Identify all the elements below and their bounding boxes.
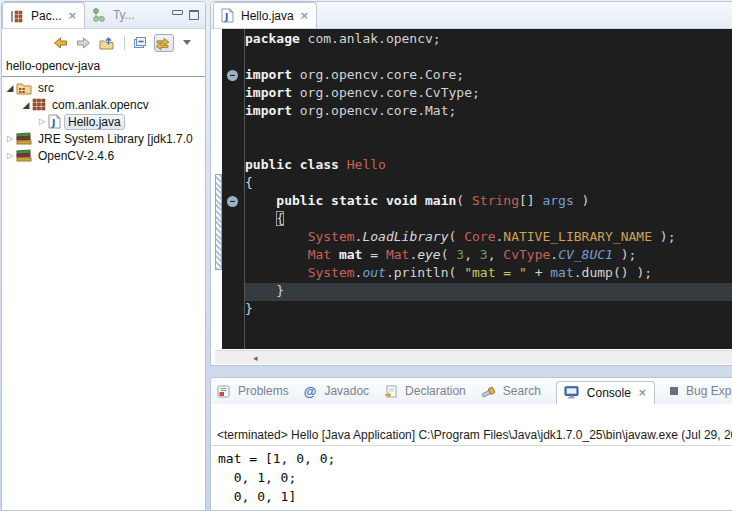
tree-item-com-anlak-opencv[interactable]: ◢com.anlak.opencv	[2, 96, 205, 113]
tab-label: Search	[503, 384, 541, 398]
maximize-button[interactable]	[189, 10, 199, 20]
editor-tab-bar: J Hello.java ×	[211, 2, 732, 29]
back-icon	[52, 35, 69, 51]
svg-text:J: J	[51, 118, 55, 128]
console-toolbar-strip	[211, 404, 732, 426]
tab-declaration[interactable]: Declaration	[384, 384, 466, 398]
tree-item-hello-java[interactable]: ▷JHello.java	[2, 113, 205, 130]
type-hierarchy-icon	[92, 8, 106, 22]
package-icon	[32, 98, 46, 111]
view-menu-button[interactable]	[177, 34, 197, 52]
tab-package-explorer-label: Pac...	[31, 9, 62, 23]
console-output-line: 0, 0, 1]	[218, 487, 732, 506]
vertical-ruler	[215, 29, 222, 349]
close-icon[interactable]: ×	[638, 387, 647, 398]
package-explorer-icon	[10, 9, 24, 23]
code-line-1: package com.anlak.opencv;	[245, 31, 732, 49]
left-tab-bar: Pac... × Ty...	[2, 2, 205, 29]
library-icon	[16, 149, 32, 162]
search-icon	[481, 385, 495, 398]
expand-arrow-icon[interactable]: ▷	[4, 151, 16, 160]
toolbar-separator	[124, 36, 125, 50]
view-window-buttons	[172, 10, 205, 28]
console-panel: Problems@JavadocDeclarationSearchConsole…	[210, 377, 732, 511]
up-icon	[98, 35, 115, 51]
code-line-10: public static void main( String[] args )	[245, 193, 732, 211]
collapse-arrow-icon[interactable]: ◢	[4, 83, 16, 93]
fold-marker-icon[interactable]: −	[227, 70, 238, 81]
problems-icon	[217, 385, 230, 398]
forward-icon	[75, 35, 92, 51]
close-icon[interactable]: ×	[68, 10, 77, 21]
tree-item-jre-system-library-jdk1-7-0[interactable]: ▷JRE System Library [jdk1.7.0	[2, 130, 205, 147]
code-line-2	[245, 49, 732, 67]
java-file-icon: J	[48, 114, 61, 129]
console-output-line: 0, 1, 0;	[218, 468, 732, 487]
square-icon	[670, 387, 678, 395]
bottom-tab-bar: Problems@JavadocDeclarationSearchConsole…	[211, 378, 732, 404]
tab-label: Javadoc	[324, 384, 369, 398]
link-with-editor-icon	[154, 35, 171, 51]
tab-label: Problems	[238, 384, 289, 398]
tree-item-label: Hello.java	[64, 114, 125, 130]
code-line-3: import org.opencv.core.Core;	[245, 67, 732, 85]
scroll-left-icon[interactable]: ◂	[253, 351, 258, 365]
code-line-12: System.LoadLibrary( Core.NATIVE_LIBRARY_…	[245, 229, 732, 247]
tab-label: Declaration	[405, 384, 466, 398]
package-explorer-panel: Pac... × Ty... hello-opencv-java ◢src◢co…	[1, 1, 206, 511]
console-output-line: mat = [1, 0, 0;	[218, 449, 732, 468]
view-menu-icon	[181, 40, 191, 45]
tree-item-opencv-2-4-6[interactable]: ▷OpenCV-2.4.6	[2, 147, 205, 164]
editor-body: −− package com.anlak.opencv; import org.…	[215, 29, 732, 349]
horizontal-scrollbar[interactable]: ◂	[215, 350, 732, 364]
project-header[interactable]: hello-opencv-java	[2, 56, 205, 77]
close-icon[interactable]: ×	[300, 10, 309, 21]
package-explorer-toolbar	[2, 29, 205, 56]
tab-problems[interactable]: Problems	[217, 384, 289, 398]
tree-item-label: OpenCV-2.4.6	[35, 149, 117, 163]
console-status-line: <terminated> Hello [Java Application] C:…	[211, 426, 732, 446]
svg-text:J: J	[224, 12, 228, 22]
console-icon	[564, 386, 579, 399]
link-with-editor-button[interactable]	[154, 34, 174, 52]
code-line-7	[245, 139, 732, 157]
up-button[interactable]	[98, 34, 118, 52]
collapse-all-icon	[132, 35, 148, 51]
collapse-all-button[interactable]	[131, 34, 151, 52]
tab-type-hierarchy[interactable]: Ty...	[85, 2, 142, 28]
fold-marker-icon[interactable]: −	[227, 196, 238, 207]
folding-gutter: −−	[222, 29, 244, 349]
tab-search[interactable]: Search	[481, 384, 541, 398]
tree-item-label: src	[35, 81, 57, 95]
tab-javadoc[interactable]: @Javadoc	[304, 384, 369, 399]
tab-hello-java[interactable]: J Hello.java ×	[213, 2, 317, 28]
back-button[interactable]	[52, 34, 72, 52]
library-icon	[16, 132, 32, 145]
tab-label: Bug Explorer	[686, 384, 732, 398]
tree-item-src[interactable]: ◢src	[2, 79, 205, 96]
tab-type-hierarchy-label: Ty...	[113, 8, 135, 22]
tab-bug-explorer[interactable]: Bug Explorer	[670, 384, 732, 398]
forward-button[interactable]	[75, 34, 95, 52]
code-line-14: System.out.println( "mat = " + mat.dump(…	[245, 265, 732, 283]
code-line-8: public class Hello	[245, 157, 732, 175]
code-area[interactable]: package com.anlak.opencv; import org.ope…	[245, 29, 732, 349]
tab-label: Console	[587, 386, 631, 400]
tree-item-label: JRE System Library [jdk1.7.0	[35, 132, 196, 146]
code-line-13: Mat mat = Mat.eye( 3, 3, CvType.CV_8UC1 …	[245, 247, 732, 265]
code-line-9: {	[245, 175, 732, 193]
code-line-16: }	[245, 301, 732, 319]
code-line-4: import org.opencv.core.CvType;	[245, 85, 732, 103]
source-folder-icon	[16, 81, 32, 95]
code-line-5: import org.opencv.core.Mat;	[245, 103, 732, 121]
tab-console[interactable]: Console×	[556, 381, 655, 404]
console-output[interactable]: mat = [1, 0, 0; 0, 1, 0; 0, 0, 1]	[211, 446, 732, 506]
expand-arrow-icon[interactable]: ▷	[36, 117, 48, 126]
tree-item-label: com.anlak.opencv	[49, 98, 152, 112]
tab-package-explorer[interactable]: Pac... ×	[2, 2, 85, 28]
code-line-11: {	[245, 211, 732, 229]
expand-arrow-icon[interactable]: ▷	[4, 134, 16, 143]
javadoc-icon: @	[304, 384, 317, 399]
collapse-arrow-icon[interactable]: ◢	[20, 100, 32, 110]
minimize-button[interactable]	[172, 10, 183, 15]
